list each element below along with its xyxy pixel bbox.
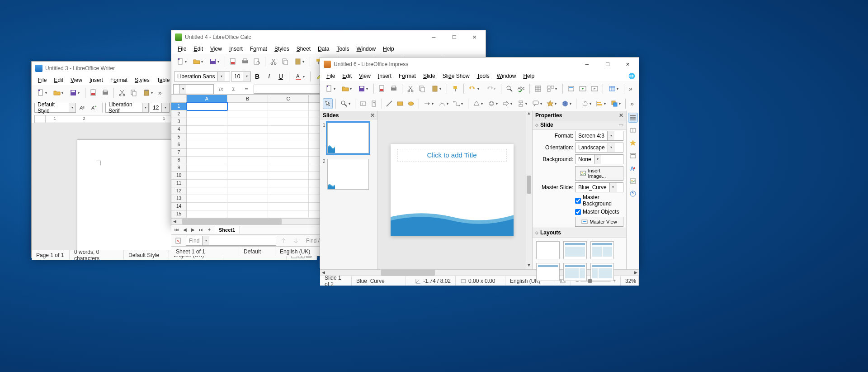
cell[interactable] [187, 195, 227, 203]
calc-titlebar[interactable]: Untitled 4 - LibreOffice Calc ─ ☐ ✕ [171, 30, 486, 44]
spellcheck-button[interactable]: Abc [516, 83, 527, 94]
cell[interactable] [268, 126, 309, 134]
update-style-button[interactable]: A◐ [77, 102, 88, 113]
maximize-button[interactable]: ☐ [444, 30, 464, 44]
orientation-combo[interactable]: Landscape▾ [575, 143, 623, 153]
slide-thumb-1[interactable]: 1 [323, 123, 375, 153]
cut-button[interactable] [405, 83, 416, 94]
status-sheet[interactable]: Sheet 1 of 1 [171, 247, 239, 256]
properties-tab-icon[interactable] [628, 113, 638, 123]
cell[interactable] [268, 157, 309, 164]
menu-insert[interactable]: Insert [86, 76, 107, 84]
column-header-a[interactable]: A [187, 95, 227, 102]
find-all-button[interactable]: Find A [306, 238, 321, 244]
status-zoom[interactable]: 32% [621, 276, 639, 286]
toolbar-overflow-icon[interactable]: » [627, 85, 635, 92]
cell[interactable] [187, 118, 227, 126]
row-header-10[interactable]: 10 [171, 172, 187, 180]
row-header-9[interactable]: 9 [171, 164, 187, 172]
update-icon[interactable]: 🌐 [627, 73, 636, 79]
current-slide[interactable]: Click to add Title [391, 144, 514, 236]
cell[interactable] [268, 195, 309, 203]
menu-sheet[interactable]: Sheet [293, 45, 314, 53]
cell[interactable] [268, 180, 309, 187]
copy-button[interactable] [280, 56, 291, 67]
menu-edit[interactable]: Edit [50, 76, 67, 84]
bold-button[interactable]: B [252, 71, 263, 82]
3d-button[interactable] [560, 98, 574, 109]
symbol-shapes-button[interactable] [486, 98, 500, 109]
title-placeholder[interactable]: Click to add Title [398, 149, 506, 161]
font-size-combo[interactable]: 10▾ [231, 72, 251, 81]
cell[interactable] [268, 164, 309, 172]
styles-tab-icon[interactable]: AA [628, 163, 638, 173]
rotate-button[interactable] [579, 98, 593, 109]
status-style[interactable]: Default Style [124, 250, 169, 260]
layout-title-2col[interactable] [590, 241, 614, 259]
slide-thumb-2[interactable]: 2 [323, 159, 375, 190]
master-slides-tab-icon[interactable] [628, 151, 638, 161]
status-language[interactable]: English (UK) [275, 247, 321, 256]
menu-data[interactable]: Data [314, 45, 333, 53]
row-header-12[interactable]: 12 [171, 187, 187, 195]
open-button[interactable] [190, 56, 206, 67]
cell[interactable] [187, 157, 227, 164]
status-wordcount[interactable]: 0 words, 0 characters [70, 250, 124, 260]
tab-first-icon[interactable]: ⏮ [173, 227, 180, 232]
tab-last-icon[interactable]: ⏭ [198, 227, 205, 232]
row-header-4[interactable]: 4 [171, 126, 187, 134]
cell[interactable] [187, 172, 227, 180]
row-header-6[interactable]: 6 [171, 141, 187, 149]
animation-tab-icon[interactable] [628, 138, 638, 148]
start-first-slide-button[interactable] [577, 83, 588, 94]
master-slide-button[interactable] [566, 83, 576, 94]
curves-button[interactable] [436, 98, 450, 109]
function-wizard-button[interactable]: fx [216, 84, 226, 95]
sheet-tab-1[interactable]: Sheet1 [214, 226, 240, 234]
cell-reference-combo[interactable]: ▾ [173, 84, 214, 94]
close-button[interactable]: ✕ [464, 30, 485, 44]
cell[interactable] [227, 141, 268, 149]
connectors-button[interactable] [451, 98, 465, 109]
row-header-13[interactable]: 13 [171, 195, 187, 203]
status-size[interactable]: 0.00 x 0.00 [456, 276, 505, 286]
menu-view[interactable]: View [67, 76, 86, 84]
rect-button[interactable] [395, 98, 405, 109]
close-panel-icon[interactable]: ✕ [619, 112, 623, 119]
insert-image-button[interactable]: Insert Image... [575, 166, 623, 181]
master-view-button[interactable]: Master View [575, 217, 623, 227]
print-button[interactable] [240, 56, 250, 67]
font-size-combo[interactable]: 12▾ [150, 103, 170, 113]
find-button[interactable] [504, 83, 515, 94]
menu-file[interactable]: File [174, 45, 190, 53]
vertical-scrollbar[interactable]: ▲ ▼ [526, 111, 532, 269]
copy-button[interactable] [128, 87, 139, 98]
cell[interactable] [227, 149, 268, 157]
menu-help[interactable]: Help [379, 45, 398, 53]
cell[interactable] [268, 172, 309, 180]
menu-window[interactable]: Window [493, 72, 520, 80]
status-page[interactable]: Page 1 of 1 [32, 250, 70, 260]
toolbar-overflow-icon[interactable]: » [156, 89, 164, 96]
menu-tools[interactable]: Tools [473, 72, 493, 80]
slide-canvas[interactable]: Click to add Title [378, 111, 526, 269]
gallery-tab-icon[interactable] [628, 176, 638, 186]
cell[interactable] [187, 210, 227, 218]
cell[interactable] [187, 141, 227, 149]
tab-add-icon[interactable]: + [206, 227, 213, 232]
layout-title-only[interactable] [536, 263, 560, 281]
cell[interactable] [187, 164, 227, 172]
format-combo[interactable]: Screen 4:3▾ [575, 131, 623, 141]
cell[interactable] [227, 118, 268, 126]
cell[interactable] [227, 110, 268, 118]
vertical-text-button[interactable]: T [369, 98, 379, 109]
tab-prev-icon[interactable]: ◀ [181, 227, 189, 232]
row-header-5[interactable]: 5 [171, 134, 187, 141]
cell[interactable] [268, 187, 309, 195]
callouts-button[interactable] [530, 98, 544, 109]
layout-blank[interactable] [536, 241, 560, 259]
cell[interactable] [227, 157, 268, 164]
menu-edit[interactable]: Edit [190, 45, 207, 53]
layout-5[interactable] [590, 263, 614, 281]
menu-file[interactable]: File [34, 76, 50, 84]
